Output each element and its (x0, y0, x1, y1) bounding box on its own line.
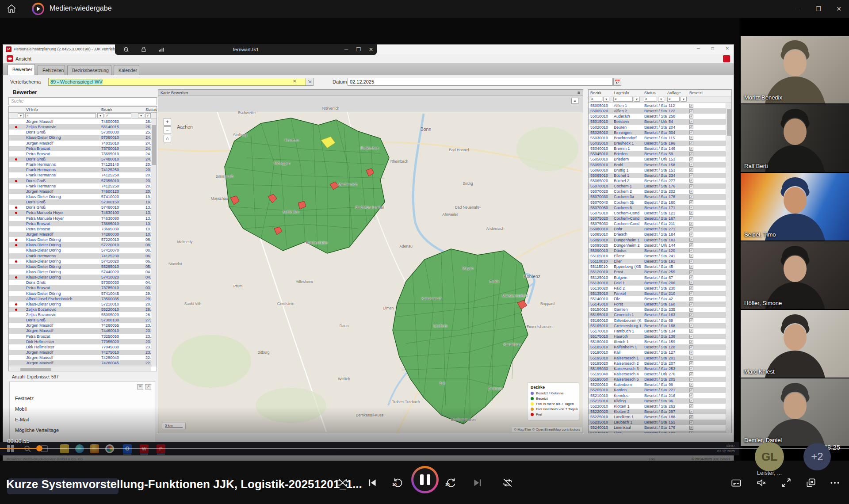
bewerber-row[interactable]: Jürgen Mausolf7460005028. (9, 119, 151, 124)
bezirk-row[interactable]: 55245010LiegBesetzt / Sta102✓ (589, 431, 726, 433)
besetzt-checkbox[interactable]: ✓ (689, 260, 693, 263)
bewerber-row[interactable]: Klaus-Dieter Döring5741004529. (9, 291, 151, 296)
map-home-button[interactable]: ⌂ (164, 135, 171, 142)
bewerber-row[interactable]: Jürgen Mausolf7446001023. (9, 328, 151, 333)
besetzt-checkbox[interactable]: ✓ (689, 388, 693, 392)
bezirk-row[interactable]: 55180010Illerich 1Besetzt / Sta159✓ (589, 339, 726, 344)
bewerber-row[interactable]: Jürgen Mausolf7427501023. (9, 350, 151, 355)
besetzt-checkbox[interactable]: ✓ (689, 195, 693, 199)
bezirk-row[interactable]: 55195050Kaisersesch 5Besetzt / Sta205✓ (589, 377, 726, 382)
bewerber-row[interactable]: Dirk Hellmeister7705502023. (9, 339, 151, 344)
home-icon[interactable] (6, 4, 17, 14)
besetzt-checkbox[interactable]: ✓ (689, 200, 693, 204)
besetzt-checkbox[interactable]: ✓ (689, 130, 693, 134)
bewerber-row[interactable]: Klaus-Dieter Döring5722001008. (9, 237, 151, 242)
bewerber-row[interactable]: Klaus-Dieter Döring5722001008. (9, 242, 151, 248)
bewerber-row[interactable]: Klaus-Dieter Döring5706001024. (9, 135, 151, 140)
bezirk-row[interactable]: 55235010Laubach 1Besetzt / Sta151✓ (589, 420, 726, 425)
bezirk-row[interactable]: 55190010KailBesetzt / Sta127✓ (589, 350, 726, 355)
clear-verteilschema-icon[interactable]: ✕ (293, 79, 296, 84)
seek-bar[interactable] (0, 448, 849, 449)
besetzt-checkbox[interactable]: ✓ (689, 104, 693, 108)
map-menu-icon[interactable]: ≡ (577, 90, 580, 95)
tab-fehlzeiten[interactable]: Fehlzeiten (38, 65, 65, 75)
bewerber-row[interactable]: Alfred Josef Eschenbroich7350003529. (9, 296, 151, 302)
menu-ansicht[interactable]: Ansicht (15, 56, 31, 61)
bezirk-row[interactable]: 55005020Alflen 2Besetzt / Sta122✓ (589, 108, 726, 114)
bezirk-row[interactable]: 55240010LeienkaulBesetzt / Sta176✓ (589, 425, 726, 430)
verteilschema-picker-button[interactable]: ⇲ (306, 78, 314, 86)
bezirk-row[interactable]: 55215010KlidingBesetzt / Sta96✓ (589, 398, 726, 404)
bewerber-row[interactable]: Doris Groß5748001024. (9, 157, 151, 162)
besetzt-checkbox[interactable]: ✓ (689, 324, 693, 328)
besetzt-checkbox[interactable]: ✓ (689, 270, 693, 274)
besetzt-checkbox[interactable]: ✓ (689, 168, 693, 172)
bewerber-row[interactable]: Frank Hermanns7412525020. (9, 167, 151, 172)
besetzt-checkbox[interactable]: ✓ (689, 243, 693, 247)
bezirk-row[interactable]: 55105010EllenzBesetzt / Sta241✓ (589, 253, 726, 259)
bezirk-row[interactable]: 55115010Eppenberg (KBBesetzt / Sta45✓ (589, 264, 726, 269)
bezirk-row[interactable]: 55130010Faid 1Besetzt / Sta206✓ (589, 280, 726, 286)
bezirk-row[interactable]: 55075010Cochem-CondBesetzt / Sta121✓ (589, 210, 726, 216)
besetzt-checkbox[interactable]: ✓ (689, 233, 693, 237)
bezirk-row[interactable]: 55015010BeilsteinBesetzt / Urlu54✓ (589, 119, 726, 124)
shuffle-off-button[interactable] (334, 474, 352, 492)
bewerber-horizontal-scrollbar[interactable] (9, 367, 151, 371)
captions-button[interactable] (727, 474, 745, 492)
repeat-off-button[interactable] (499, 474, 516, 492)
more-options-button[interactable] (826, 474, 844, 492)
bezirke-filter-row[interactable]: ≠ ▾ ≠ ▾ ≠ ▾ ≠ ▾ (589, 96, 731, 103)
bezirk-row[interactable]: 55050010BriedernBesetzt / Urlu153✓ (589, 157, 726, 162)
besetzt-checkbox[interactable]: ✓ (689, 152, 693, 156)
bewerber-row[interactable]: Klaus-Dieter Döring5744002004. (9, 269, 151, 275)
bewerber-row[interactable]: Doris Groß5748001013. (9, 205, 151, 210)
bezirk-row[interactable]: 55155010Gevenich 1Besetzt / Sta163✓ (589, 312, 726, 317)
search-input[interactable]: Suche (8, 97, 157, 105)
bezirk-row[interactable]: 55195030Kaisersesch 3Besetzt / Sta253✓ (589, 366, 726, 371)
besetzt-checkbox[interactable]: ✓ (689, 275, 693, 279)
bewerber-row[interactable]: Doris Groß5730003025. (9, 130, 151, 135)
bezirk-row[interactable]: 55070020Cochem 2Besetzt / Sta202✓ (589, 189, 726, 194)
besetzt-checkbox[interactable]: ✓ (689, 329, 693, 333)
bewerber-row[interactable]: Jürgen Mausolf7460012020. (9, 189, 151, 194)
bezirk-row[interactable]: 55085010DrieschBesetzt / Sta184✓ (589, 232, 726, 237)
besetzt-checkbox[interactable]: ✓ (689, 141, 693, 145)
tab-bezirksbesetzung[interactable]: Bezirksbesetzung (67, 65, 111, 75)
bezirk-row[interactable]: 55145010ForstBesetzt / Sta168✓ (589, 302, 726, 307)
bezirk-row[interactable]: 55075020Cochem-CondBesetzt / Sta167✓ (589, 216, 726, 221)
besetzt-checkbox[interactable]: ✓ (689, 254, 693, 258)
participant-tile[interactable]: Demler, Daniel (741, 378, 849, 446)
bezirk-row[interactable]: 55005010Alflen 1Besetzt / Sta112✓ (589, 103, 726, 108)
app-minimize-button[interactable]: ─ (696, 46, 700, 51)
bezirk-row[interactable]: 55175010HaurothBesetzt / Sta138✓ (589, 334, 726, 339)
bewerber-row[interactable]: Frank Hermanns7412514020. (9, 162, 151, 167)
tab-bewerber[interactable]: Bewerber (8, 64, 35, 75)
rewind-10-button[interactable]: 10 (389, 474, 407, 492)
bezirk-row[interactable]: 55140010FilzBesetzt / Sta42✓ (589, 296, 726, 302)
bezirk-row[interactable]: 55070030Cochem 3aBesetzt / Sta178✓ (589, 194, 726, 199)
bezirk-row[interactable]: 55220020Klotten 2Besetzt / Sta297✓ (589, 409, 726, 414)
besetzt-checkbox[interactable]: ✓ (689, 222, 693, 226)
bewerber-row[interactable]: Petra Manuela Hoyer7463010013. (9, 210, 151, 215)
datum-input[interactable]: 02.12.2025 (348, 78, 613, 86)
besetzt-checkbox[interactable]: ✓ (689, 184, 693, 188)
besetzt-checkbox[interactable]: ✓ (689, 367, 693, 370)
besetzt-checkbox[interactable]: ✓ (689, 383, 693, 387)
tab-kalender[interactable]: Kalender (114, 65, 139, 75)
bezirk-row[interactable]: 55035010Brauheck 1Besetzt / Sta196✓ (589, 141, 726, 146)
bezirk-row[interactable]: 55110010EllerBesetzt / Sta191✓ (589, 259, 726, 264)
bezirk-row[interactable]: 55170010Hambuch 1Besetzt / Sta134✓ (589, 328, 726, 334)
zoom-out-button[interactable]: − (164, 126, 171, 134)
calendar-icon[interactable]: 📅 (613, 78, 621, 86)
participant-tile[interactable]: Seidel, Timo (741, 173, 849, 241)
bewerber-row[interactable]: Jürgen Mausolf7428004522. (9, 360, 151, 366)
besetzt-checkbox[interactable]: ✓ (689, 410, 693, 414)
besetzt-checkbox[interactable]: ✓ (689, 356, 693, 360)
bezirk-row[interactable]: 55185010Kaifenheim 1Besetzt / Sta128✓ (589, 344, 726, 350)
besetzt-checkbox[interactable]: ✓ (689, 361, 693, 365)
next-button[interactable] (469, 474, 486, 492)
fullscreen-button[interactable] (777, 474, 795, 492)
bezirk-row[interactable]: 55125010EulgemBesetzt / Sta67✓ (589, 275, 726, 280)
besetzt-checkbox[interactable]: ✓ (689, 206, 693, 210)
besetzt-checkbox[interactable]: ✓ (689, 318, 693, 322)
